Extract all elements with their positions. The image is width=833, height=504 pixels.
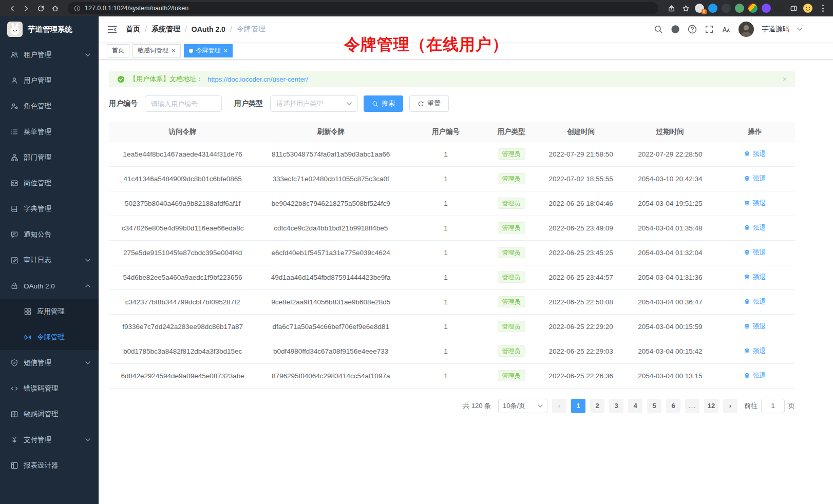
- url-text: 127.0.0.1:1024/system/oauth2/token: [85, 5, 188, 12]
- expire-time-cell: 2054-03-04 00:15:42: [626, 339, 715, 363]
- side-panel-icon[interactable]: [787, 2, 800, 15]
- fullscreen-icon[interactable]: [705, 25, 714, 34]
- user-type-select[interactable]: 请选择用户类型: [270, 95, 357, 112]
- sidebar-item-post[interactable]: 岗位管理: [0, 170, 99, 196]
- site-info-icon: [74, 5, 81, 12]
- pager-page-5[interactable]: 5: [647, 399, 661, 413]
- prev-page-button[interactable]: ‹: [552, 399, 566, 413]
- expire-time-cell: 2054-03-04 01:35:48: [626, 216, 715, 240]
- post-icon: [10, 179, 18, 187]
- refresh-token-cell: 49d1aa46d1454fbd87591444423be9fa: [256, 265, 405, 289]
- share-icon[interactable]: [665, 2, 678, 15]
- pager-page-4[interactable]: 4: [628, 399, 642, 413]
- sidebar-item-user[interactable]: 用户管理: [0, 68, 99, 93]
- back-button[interactable]: [5, 2, 18, 15]
- reload-button[interactable]: [34, 2, 47, 15]
- sidebar-item-oauth2-token[interactable]: 令牌管理: [0, 324, 99, 350]
- force-logout-button[interactable]: 强退: [744, 223, 766, 232]
- tab-close-icon[interactable]: ×: [172, 47, 176, 54]
- expire-time-cell: 2054-03-04 01:31:36: [626, 265, 715, 289]
- extension-icon-5[interactable]: [748, 4, 758, 13]
- table-row: c342377bf8b344799dcbf7bf095287f29ce8ef2a…: [109, 289, 795, 314]
- pager-page-12[interactable]: 12: [704, 399, 718, 413]
- sidebar-item-label: 部门管理: [24, 153, 51, 162]
- help-icon[interactable]: [688, 25, 697, 34]
- user-id-label: 用户编号: [109, 99, 138, 108]
- sidebar-item-audit-log[interactable]: 审计日志: [0, 247, 99, 273]
- user-avatar[interactable]: [739, 22, 754, 37]
- force-logout-button[interactable]: 强退: [744, 248, 766, 257]
- extension-icon-2[interactable]: [708, 4, 717, 13]
- force-logout-button[interactable]: 强退: [744, 273, 766, 282]
- force-logout-button[interactable]: 强退: [744, 322, 766, 331]
- search-icon[interactable]: [654, 25, 663, 34]
- forward-button[interactable]: [20, 2, 33, 15]
- force-logout-button[interactable]: 强退: [744, 371, 766, 380]
- extension-icon-6[interactable]: [762, 4, 771, 13]
- search-button[interactable]: 搜索: [364, 95, 403, 112]
- force-logout-button[interactable]: 强退: [744, 149, 766, 159]
- trash-icon: [744, 249, 750, 256]
- page-size-select[interactable]: 10条/页: [498, 399, 547, 413]
- extension-icon-7[interactable]: [775, 4, 784, 13]
- trash-icon: [744, 347, 750, 354]
- pager-page-6[interactable]: 6: [666, 399, 680, 413]
- tab-token-management[interactable]: 令牌管理×: [184, 44, 233, 57]
- extension-icon-4[interactable]: [735, 4, 744, 13]
- access-token-cell: 502375b8040a469a9b82188afdf6af1f: [109, 191, 256, 216]
- alert-close-icon[interactable]: ×: [783, 75, 787, 83]
- sidebar-item-oauth2-app[interactable]: 应用管理: [0, 299, 99, 324]
- sidebar-item-role[interactable]: 角色管理: [0, 93, 99, 119]
- extension-icon-3[interactable]: [722, 4, 731, 13]
- sidebar-item-dict[interactable]: 字典管理: [0, 196, 99, 222]
- sidebar-item-label: 短信管理: [24, 358, 51, 367]
- bookmark-star-icon[interactable]: [679, 2, 692, 15]
- sidebar-item-sms[interactable]: 短信管理: [0, 350, 99, 376]
- force-logout-button[interactable]: 强退: [744, 346, 766, 356]
- chevron-down-icon: [538, 404, 543, 408]
- goto-page-input[interactable]: [761, 399, 785, 413]
- breadcrumb-item[interactable]: OAuth 2.0: [192, 25, 225, 33]
- sidebar-item-error-code[interactable]: 错误码管理: [0, 376, 99, 401]
- address-bar[interactable]: 127.0.0.1:1024/system/oauth2/token: [68, 2, 658, 14]
- user-name[interactable]: 芋道源码: [762, 25, 789, 34]
- github-icon[interactable]: [671, 25, 680, 34]
- font-size-icon[interactable]: [722, 25, 731, 34]
- sidebar-item-dept[interactable]: 部门管理: [0, 145, 99, 170]
- access-token-cell: 1ea5e44f8bc1467aaede43144f31de76: [109, 142, 256, 166]
- breadcrumb-item[interactable]: 系统管理: [152, 25, 180, 34]
- sidebar-item-tenant[interactable]: 租户管理: [0, 42, 99, 68]
- expire-time-cell: 2054-03-04 19:51:25: [626, 191, 715, 216]
- tab-sensitive-word[interactable]: 敏感词管理×: [132, 44, 181, 57]
- sidebar-item-menu[interactable]: 菜单管理: [0, 119, 99, 145]
- breadcrumb-item[interactable]: 首页: [126, 25, 140, 34]
- user-id-input[interactable]: [145, 95, 222, 112]
- sidebar-item-payment[interactable]: 支付管理: [0, 427, 99, 453]
- next-page-button[interactable]: ›: [723, 399, 737, 413]
- force-logout-button[interactable]: 强退: [744, 199, 766, 208]
- pager-page-3[interactable]: 3: [609, 399, 623, 413]
- sidebar-item-report-designer[interactable]: 报表设计器: [0, 453, 99, 478]
- force-logout-button[interactable]: 强退: [744, 174, 766, 183]
- sidebar-item-sensitive-word[interactable]: 敏感词管理: [0, 401, 99, 427]
- doc-link[interactable]: https://doc.iocoder.cn/user-center/: [207, 75, 308, 83]
- sidebar-item-notice[interactable]: 通知公告: [0, 222, 99, 247]
- profile-avatar[interactable]: [803, 3, 813, 13]
- pager-page-1[interactable]: 1: [571, 399, 585, 413]
- extension-badge: 0: [702, 9, 707, 14]
- sidebar-item-label: 审计日志: [24, 256, 51, 265]
- sidebar-item-oauth2[interactable]: OAuth 2.0: [0, 273, 99, 299]
- user-icon: [10, 76, 18, 85]
- tab-home[interactable]: 首页: [107, 44, 129, 57]
- browser-menu-icon[interactable]: [818, 5, 828, 12]
- tab-close-icon[interactable]: ×: [224, 47, 228, 54]
- pager-page-2[interactable]: 2: [590, 399, 604, 413]
- chevron-down-icon[interactable]: [797, 28, 802, 31]
- pager-more[interactable]: ...: [685, 399, 699, 413]
- force-logout-button[interactable]: 强退: [744, 297, 766, 306]
- extension-icon-1[interactable]: 0: [695, 4, 704, 13]
- sidebar-item-label: 错误码管理: [24, 384, 59, 393]
- sidebar-collapse-icon[interactable]: [107, 24, 118, 35]
- home-button[interactable]: [48, 2, 62, 15]
- reset-button[interactable]: 重置: [409, 95, 449, 112]
